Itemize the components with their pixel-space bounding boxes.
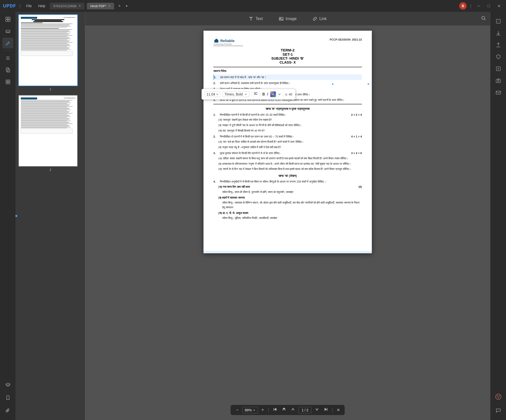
color-picker-button[interactable] — [270, 91, 276, 97]
q4-sub-b-hint: संकेत बिन्दु– यातायात के विभिन्न साधन, थ… — [213, 200, 362, 210]
marks-display: s: 40 — [285, 93, 292, 96]
q2-part-a: (अ) 'कर चले हम फिदा' कविता से आपको क्या … — [213, 140, 362, 144]
bookmark-icon-btn[interactable] — [2, 392, 13, 403]
pdf-divider-2 — [213, 104, 362, 104]
text-tool-label: Text — [255, 17, 263, 21]
organize-icon-btn[interactable] — [2, 76, 13, 87]
svg-point-20 — [482, 16, 485, 19]
tabs-dropdown[interactable]: ▾ — [126, 4, 127, 8]
q1-part-a: (अ) 'कारतूस' कहानी द्वारा लेखक क्या संदे… — [213, 117, 362, 122]
view-icon-btn[interactable] — [2, 14, 13, 25]
integrations-icon-btn[interactable] — [493, 391, 504, 402]
bottom-nav-bar: − 88% + 1 / 2 — [230, 405, 345, 415]
svg-line-6 — [8, 42, 9, 43]
tab-inactive-close[interactable]: ✕ — [78, 4, 81, 8]
maximize-button[interactable]: □ — [485, 3, 492, 9]
nav-next-button[interactable] — [314, 406, 321, 414]
minimize-button[interactable]: ─ — [475, 3, 482, 9]
layers-icon-btn[interactable] — [2, 379, 13, 390]
tab-active[interactable]: Hindi PDF* ✕ — [87, 3, 114, 9]
question-2: 2. निम्नलिखित दो प्रश्नों में से किसी एक… — [213, 134, 362, 139]
nav-last-button[interactable] — [323, 406, 329, 414]
zoom-out-button[interactable]: − — [234, 406, 240, 414]
tab-active-close[interactable]: ✕ — [108, 4, 111, 8]
svg-rect-13 — [8, 80, 10, 82]
nav-first-button[interactable] — [272, 406, 278, 414]
align-button[interactable] — [253, 92, 258, 97]
pdf-viewer[interactable]: Reliable Unleashing Potential PCCP-SESSI… — [85, 26, 490, 420]
italic-button[interactable]: I — [267, 92, 268, 96]
pdf-term: TERM-2 — [213, 48, 362, 52]
attachment-icon-btn[interactable] — [2, 405, 13, 416]
close-window-button[interactable]: ✕ — [495, 3, 503, 9]
title-divider: | — [20, 3, 21, 9]
search-button[interactable] — [481, 15, 486, 22]
instruction-1-text: इस प्रश्न-पत्र में दो खंड हैं - खंड 'क' … — [220, 75, 362, 80]
mail-icon-btn[interactable] — [493, 87, 504, 98]
export-icon-btn[interactable] — [493, 40, 504, 50]
font-name-value: Times, Bold — [225, 92, 243, 96]
color-dropdown-arrow[interactable] — [278, 93, 281, 96]
svg-rect-32 — [496, 79, 501, 83]
help-menu[interactable]: Help — [36, 3, 47, 9]
font-name-control[interactable]: Times, Bold — [222, 92, 249, 97]
selection-handle-tr[interactable] — [367, 83, 369, 85]
q3-text: पूरक पुस्तक संचयन के किन्हीं तीन प्रश्नो… — [220, 152, 281, 155]
nav-prev-up-button[interactable] — [280, 406, 287, 414]
file-menu[interactable]: File — [24, 3, 34, 9]
link-tool[interactable]: Link — [308, 14, 330, 23]
compress-icon-btn[interactable] — [493, 63, 504, 74]
tab-inactive[interactable]: 9781624120688 ✕ — [50, 3, 84, 9]
font-size-control[interactable]: 11.04 — [205, 92, 220, 97]
pdf-class: CLASS- X — [213, 60, 362, 64]
add-tab-button[interactable]: + — [117, 3, 122, 9]
link-tool-label: Link — [319, 17, 327, 21]
security-icon-btn[interactable] — [493, 51, 504, 62]
svg-text:T: T — [497, 21, 499, 23]
q4-sub-c-title: (स) डा. ए. पी. जे. अब्दुल कलाम — [218, 211, 248, 214]
logo-subtitle: Unleashing Potential — [213, 43, 231, 45]
sidebar-divider-1 — [3, 50, 13, 51]
svg-rect-11 — [7, 69, 10, 72]
svg-point-35 — [496, 394, 501, 399]
instruction-2: 2. सभी प्रश्न अनिवार्य हैं, यथासंभव सभी … — [213, 81, 362, 86]
markup-icon-btn[interactable] — [2, 38, 13, 48]
zoom-in-button[interactable]: + — [260, 406, 266, 414]
q2-marks: 4 × 1 = 4 — [351, 134, 362, 139]
svg-rect-2 — [6, 20, 8, 22]
camera-icon-btn[interactable] — [493, 75, 504, 86]
user-avatar[interactable]: B — [459, 2, 467, 10]
text-tool[interactable]: Text — [245, 14, 267, 23]
q4-text: निम्नलिखित अनुच्छेदों में से किसी एक विष… — [220, 179, 362, 184]
pages-icon-btn[interactable] — [2, 65, 13, 75]
svg-rect-15 — [8, 82, 10, 84]
section-ka-heading: खण्ड 'क' पाठ्यपुस्तक व पूरक पाठ्यपुस्तक — [213, 106, 362, 111]
selection-handle-tl[interactable] — [332, 83, 334, 85]
q4-sub-a-hint: संकेत बिन्दु– समय ही जीवन है, दुरुपयोग स… — [213, 190, 362, 194]
q3-part-c: (स) 'सपनों के से दिन' पाठ में लेखक ने कि… — [213, 167, 362, 171]
pdf-title-block: TERM-2 SET-1 SUBJECT- HINDI 'B' CLASS- X — [213, 48, 362, 64]
thumbnail-label-2: 2 — [18, 168, 82, 172]
list-icon-btn[interactable] — [2, 53, 13, 64]
eraser-icon-btn[interactable] — [2, 26, 13, 37]
thumbnail-item-1[interactable]: PCCP-SESSION-2021-22 — [18, 14, 82, 91]
question-4: 4. निम्नलिखित अनुच्छेदों में से किसी एक … — [213, 179, 362, 184]
pdf-header-area: Reliable Unleashing Potential PCCP-SESSI… — [213, 38, 362, 46]
svg-rect-34 — [496, 91, 501, 94]
zoom-selector[interactable]: 88% — [242, 407, 258, 413]
q2-text: निम्नलिखित दो प्रश्नों में से किसी एक प्… — [220, 135, 294, 138]
nav-prev-button[interactable] — [289, 406, 296, 414]
import-icon-btn[interactable] — [493, 28, 504, 39]
ocr-icon-btn[interactable]: T — [493, 16, 504, 27]
image-tool[interactable]: Image — [275, 14, 301, 23]
thumbnail-item-2[interactable]: PCCP-SESSION-2021-22 — [18, 95, 82, 172]
pdf-set: SET-1 — [213, 52, 362, 56]
logo-text: Reliable — [220, 39, 235, 43]
instruction-2-text: सभी प्रश्न अनिवार्य हैं, यथासंभव सभी प्र… — [220, 81, 362, 86]
bold-button[interactable]: B — [262, 92, 265, 96]
comment-icon-btn[interactable] — [493, 405, 504, 416]
pdf-logo: Reliable Unleashing Potential — [213, 38, 243, 46]
bottom-nav-close-button[interactable]: ✕ — [336, 407, 341, 413]
content-area: Text Image Link — [85, 12, 490, 420]
q4-sub-a-title: (अ) गया समय फिर हाथ नहीं आता — [218, 185, 250, 188]
